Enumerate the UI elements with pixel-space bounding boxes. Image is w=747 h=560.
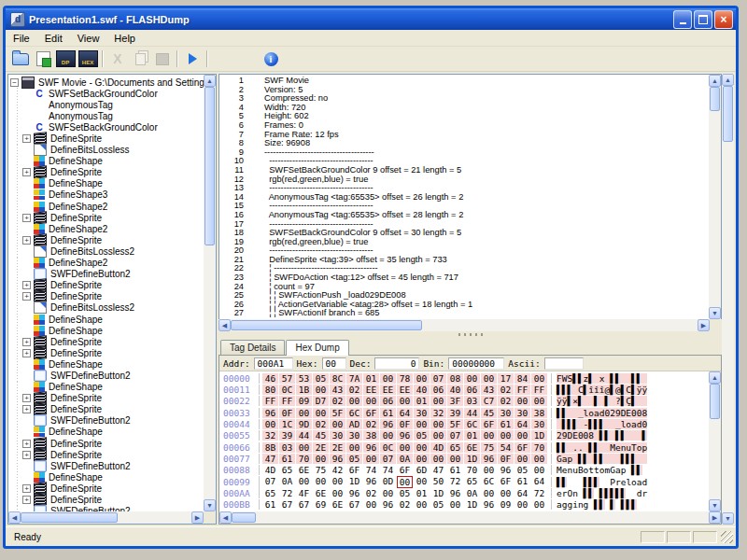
hex-byte[interactable]: 61 [514,476,530,488]
hex-byte[interactable]: 72 [531,488,547,498]
panel-vscroll-thumb[interactable] [723,86,733,142]
scroll-down-icon[interactable]: ▼ [709,499,721,511]
tree-item[interactable]: DefineShape [10,471,204,483]
hex-byte[interactable]: 1D [430,488,446,498]
hex-byte[interactable]: 00 [296,476,312,488]
tree-item[interactable]: +DefineSprite [10,483,204,494]
hex-byte[interactable]: 2E [313,442,329,453]
hex-byte[interactable]: 1D [346,476,362,488]
hex-byte[interactable]: 00 [313,454,329,464]
hex-byte[interactable]: C7 [481,396,497,406]
hex-byte[interactable]: 1B [296,385,312,395]
tree-item[interactable]: +DefineSprite [10,393,204,404]
hex-byte[interactable]: 00 [430,430,446,441]
hex-byte[interactable]: 02 [498,396,514,406]
tree-item[interactable]: +DefineSprite [10,404,204,415]
hex-byte[interactable]: 00 [414,499,430,510]
hex-byte[interactable]: 00 [481,465,497,475]
hex-byte[interactable]: 00 [414,454,430,464]
hex-byte[interactable]: 00 [430,419,446,429]
hex-byte[interactable]: 8B [262,442,278,453]
hex-byte[interactable]: 1D [464,454,480,464]
hex-byte[interactable]: 01 [464,430,480,441]
hex-byte[interactable]: 2E [330,442,345,453]
hex-byte[interactable]: 69 [313,499,329,510]
hex-byte[interactable]: 00 [380,430,396,441]
hex-byte[interactable]: 74 [363,465,379,475]
hex-byte[interactable]: 0A [279,476,295,488]
tree-item[interactable]: CSWFSetBackGroundColor [10,88,204,99]
hex-byte[interactable]: 00 [296,442,312,453]
hex-byte[interactable]: 40 [447,385,463,395]
collapse-minus-icon[interactable]: − [10,78,19,87]
tree-item[interactable]: DefineShape [10,382,204,393]
tree-item[interactable]: +DefineSprite [10,494,204,505]
hex-byte[interactable]: 03 [279,442,295,453]
hex-byte[interactable]: 44 [296,430,312,441]
maximize-button[interactable] [694,10,712,29]
hex-byte[interactable]: 67 [279,499,295,510]
tree-item[interactable]: DefineShape [10,358,204,370]
hex-byte[interactable]: 0D [380,476,396,488]
tree-item[interactable]: +DefineSprite [10,291,204,302]
tree-item[interactable]: −SWF Movie - G:\Documents and Settings [10,77,204,88]
hex-byte[interactable]: 67 [346,499,362,510]
hex-byte[interactable]: 00 [262,419,278,429]
hex-byte[interactable]: 00 [481,430,497,441]
hex-byte[interactable]: 0A [464,488,480,498]
hex-byte[interactable]: 00 [330,488,345,498]
hex-byte[interactable]: 72 [447,476,463,488]
hex-byte[interactable]: 96 [397,430,413,441]
tree-item[interactable]: +DefineSprite [10,449,204,460]
hex-byte[interactable]: 00 [531,373,547,384]
hex-byte[interactable]: 00 [296,408,312,418]
hex-byte[interactable]: 6D [414,465,430,475]
hex-byte[interactable]: 42 [330,465,345,475]
hex-byte[interactable]: 6E [296,465,312,475]
hex-byte[interactable]: EE [363,385,379,395]
hex-byte[interactable]: 46 [262,373,278,384]
tree-item[interactable]: DefineShape2 [10,258,204,269]
hex-byte[interactable]: 02 [330,396,345,406]
hex-byte[interactable]: 6E [313,488,329,498]
hex-byte[interactable]: 00 [397,442,413,453]
scroll-left-icon[interactable]: ◀ [218,319,231,331]
hex-byte[interactable]: 00 [414,373,430,384]
hex-byte[interactable]: 38 [531,408,547,418]
hex-byte[interactable]: 06 [430,385,446,395]
tree-item[interactable]: DefineBitsLossless [10,145,204,156]
scroll-up-icon[interactable]: ▲ [204,75,216,87]
hex-byte[interactable]: 6C [464,419,480,429]
hex-byte[interactable]: 1D [531,430,547,441]
tree-item[interactable]: +DefineSprite [10,167,204,178]
hex-byte[interactable]: FF [531,385,547,395]
hex-byte[interactable]: 00 [330,419,345,429]
hex-byte[interactable]: 00 [346,442,362,453]
hex-byte[interactable]: EE [380,385,396,395]
hex-byte[interactable]: 43 [330,385,345,395]
hex-vscroll-thumb[interactable] [710,384,720,419]
hex-byte[interactable]: D7 [313,396,329,406]
hex-byte[interactable]: 30 [346,430,362,441]
hex-byte[interactable]: 64 [531,476,547,488]
hex-byte[interactable]: 96 [481,454,497,464]
hex-byte[interactable]: 00 [397,476,413,488]
expand-plus-icon[interactable]: + [22,292,31,301]
hex-byte[interactable]: FF [262,396,278,406]
tree-item[interactable]: +DefineSprite [10,438,204,449]
menu-edit[interactable]: Edit [37,31,70,46]
hex-byte[interactable]: 1C [279,419,295,429]
hex-byte[interactable]: 01 [363,373,379,384]
scroll-down-icon[interactable]: ▼ [722,512,734,525]
expand-plus-icon[interactable]: + [22,405,31,413]
hex-byte[interactable]: 39 [447,408,463,418]
hex-byte[interactable]: 50 [430,476,446,488]
expand-plus-icon[interactable]: + [22,451,31,459]
hex-byte[interactable]: 61 [279,454,295,464]
hex-byte[interactable]: 61 [447,465,463,475]
hex-byte[interactable]: 00 [414,419,430,429]
dump-hex-button[interactable]: HEX [78,49,98,68]
hex-byte[interactable]: 00 [346,396,362,406]
scroll-right-icon[interactable]: ▶ [698,319,710,331]
hex-byte[interactable]: 01 [414,488,430,498]
